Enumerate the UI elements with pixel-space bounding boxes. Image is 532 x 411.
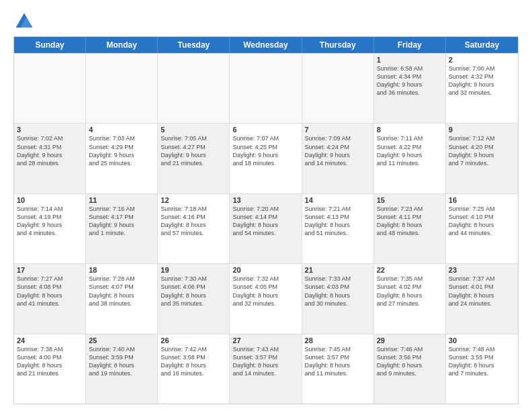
cell-info: Sunrise: 7:23 AM Sunset: 4:11 PM Dayligh… [377, 205, 443, 238]
calendar-cell: 2Sunrise: 7:00 AM Sunset: 4:32 PM Daylig… [446, 54, 518, 123]
day-number: 6 [232, 126, 298, 134]
calendar-cell [86, 54, 158, 123]
day-number: 12 [161, 196, 226, 204]
calendar-cell: 24Sunrise: 7:38 AM Sunset: 4:00 PM Dayli… [14, 334, 86, 404]
calendar-cell: 6Sunrise: 7:07 AM Sunset: 4:25 PM Daylig… [230, 124, 302, 193]
calendar-cell: 21Sunrise: 7:33 AM Sunset: 4:03 PM Dayli… [302, 264, 374, 333]
calendar-header-cell: Wednesday [230, 37, 302, 53]
calendar-week-row: 24Sunrise: 7:38 AM Sunset: 4:00 PM Dayli… [14, 334, 518, 404]
calendar-cell: 26Sunrise: 7:42 AM Sunset: 3:58 PM Dayli… [158, 334, 230, 404]
day-number: 15 [377, 196, 443, 204]
cell-info: Sunrise: 7:00 AM Sunset: 4:32 PM Dayligh… [449, 64, 515, 97]
day-number: 18 [89, 266, 154, 274]
day-number: 28 [305, 336, 371, 345]
calendar-cell: 22Sunrise: 7:35 AM Sunset: 4:02 PM Dayli… [374, 264, 446, 333]
calendar-cell: 8Sunrise: 7:11 AM Sunset: 4:22 PM Daylig… [374, 124, 446, 193]
cell-info: Sunrise: 7:21 AM Sunset: 4:13 PM Dayligh… [305, 205, 371, 238]
cell-info: Sunrise: 7:03 AM Sunset: 4:29 PM Dayligh… [89, 134, 154, 167]
calendar: SundayMondayTuesdayWednesdayThursdayFrid… [13, 36, 519, 404]
calendar-cell: 7Sunrise: 7:09 AM Sunset: 4:24 PM Daylig… [302, 124, 374, 193]
calendar-cell: 25Sunrise: 7:40 AM Sunset: 3:59 PM Dayli… [86, 334, 158, 404]
day-number: 27 [232, 336, 298, 345]
day-number: 22 [377, 266, 443, 274]
calendar-cell: 23Sunrise: 7:37 AM Sunset: 4:01 PM Dayli… [446, 264, 518, 333]
cell-info: Sunrise: 7:43 AM Sunset: 3:57 PM Dayligh… [232, 345, 298, 378]
calendar-cell: 4Sunrise: 7:03 AM Sunset: 4:29 PM Daylig… [86, 124, 158, 193]
calendar-cell: 18Sunrise: 7:28 AM Sunset: 4:07 PM Dayli… [86, 264, 158, 333]
calendar-cell: 16Sunrise: 7:25 AM Sunset: 4:10 PM Dayli… [446, 194, 518, 263]
day-number: 16 [449, 196, 515, 204]
day-number: 20 [232, 266, 298, 274]
day-number: 30 [449, 336, 515, 345]
calendar-cell [14, 54, 86, 123]
cell-info: Sunrise: 7:16 AM Sunset: 4:17 PM Dayligh… [89, 205, 154, 238]
logo [13, 11, 38, 32]
cell-info: Sunrise: 7:11 AM Sunset: 4:22 PM Dayligh… [377, 134, 443, 167]
calendar-cell: 12Sunrise: 7:18 AM Sunset: 4:16 PM Dayli… [158, 194, 230, 263]
day-number: 26 [161, 336, 226, 345]
cell-info: Sunrise: 7:14 AM Sunset: 4:19 PM Dayligh… [17, 205, 83, 238]
day-number: 9 [449, 126, 515, 134]
cell-info: Sunrise: 7:18 AM Sunset: 4:16 PM Dayligh… [161, 205, 226, 238]
cell-info: Sunrise: 7:40 AM Sunset: 3:59 PM Dayligh… [89, 345, 154, 378]
page: SundayMondayTuesdayWednesdayThursdayFrid… [0, 0, 532, 411]
cell-info: Sunrise: 7:09 AM Sunset: 4:24 PM Dayligh… [305, 134, 371, 167]
day-number: 23 [449, 266, 515, 274]
calendar-cell: 19Sunrise: 7:30 AM Sunset: 4:06 PM Dayli… [158, 264, 230, 333]
calendar-cell [158, 54, 230, 123]
calendar-cell: 13Sunrise: 7:20 AM Sunset: 4:14 PM Dayli… [230, 194, 302, 263]
calendar-cell: 29Sunrise: 7:46 AM Sunset: 3:56 PM Dayli… [374, 334, 446, 404]
day-number: 11 [89, 196, 154, 204]
logo-icon [13, 11, 35, 32]
cell-info: Sunrise: 7:07 AM Sunset: 4:25 PM Dayligh… [232, 134, 298, 167]
calendar-week-row: 10Sunrise: 7:14 AM Sunset: 4:19 PM Dayli… [14, 193, 518, 263]
calendar-cell: 10Sunrise: 7:14 AM Sunset: 4:19 PM Dayli… [14, 194, 86, 263]
calendar-header-cell: Tuesday [158, 37, 230, 53]
day-number: 7 [305, 126, 371, 134]
calendar-cell: 1Sunrise: 6:58 AM Sunset: 4:34 PM Daylig… [374, 54, 446, 123]
cell-info: Sunrise: 7:32 AM Sunset: 4:05 PM Dayligh… [232, 275, 298, 308]
calendar-cell: 14Sunrise: 7:21 AM Sunset: 4:13 PM Dayli… [302, 194, 374, 263]
day-number: 5 [161, 126, 226, 134]
calendar-cell: 11Sunrise: 7:16 AM Sunset: 4:17 PM Dayli… [86, 194, 158, 263]
cell-info: Sunrise: 7:02 AM Sunset: 4:31 PM Dayligh… [17, 134, 83, 167]
cell-info: Sunrise: 6:58 AM Sunset: 4:34 PM Dayligh… [377, 64, 443, 97]
cell-info: Sunrise: 7:45 AM Sunset: 3:57 PM Dayligh… [305, 345, 371, 378]
day-number: 10 [17, 196, 83, 204]
cell-info: Sunrise: 7:25 AM Sunset: 4:10 PM Dayligh… [449, 205, 515, 238]
calendar-header-cell: Thursday [302, 37, 374, 53]
calendar-header-cell: Sunday [14, 37, 86, 53]
cell-info: Sunrise: 7:38 AM Sunset: 4:00 PM Dayligh… [17, 345, 83, 378]
cell-info: Sunrise: 7:46 AM Sunset: 3:56 PM Dayligh… [377, 345, 443, 378]
cell-info: Sunrise: 7:37 AM Sunset: 4:01 PM Dayligh… [449, 275, 515, 308]
calendar-cell [230, 54, 302, 123]
cell-info: Sunrise: 7:42 AM Sunset: 3:58 PM Dayligh… [161, 345, 226, 378]
calendar-cell: 27Sunrise: 7:43 AM Sunset: 3:57 PM Dayli… [230, 334, 302, 404]
day-number: 14 [305, 196, 371, 204]
day-number: 19 [161, 266, 226, 274]
calendar-week-row: 17Sunrise: 7:27 AM Sunset: 4:08 PM Dayli… [14, 263, 518, 333]
day-number: 4 [89, 126, 154, 134]
calendar-cell: 20Sunrise: 7:32 AM Sunset: 4:05 PM Dayli… [230, 264, 302, 333]
cell-info: Sunrise: 7:33 AM Sunset: 4:03 PM Dayligh… [305, 275, 371, 308]
day-number: 13 [232, 196, 298, 204]
calendar-header-cell: Monday [86, 37, 158, 53]
day-number: 21 [305, 266, 371, 274]
calendar-cell: 9Sunrise: 7:12 AM Sunset: 4:20 PM Daylig… [446, 124, 518, 193]
calendar-body: 1Sunrise: 6:58 AM Sunset: 4:34 PM Daylig… [14, 53, 518, 404]
calendar-cell: 30Sunrise: 7:48 AM Sunset: 3:55 PM Dayli… [446, 334, 518, 404]
cell-info: Sunrise: 7:12 AM Sunset: 4:20 PM Dayligh… [449, 134, 515, 167]
calendar-header-cell: Saturday [446, 37, 518, 53]
day-number: 17 [17, 266, 83, 274]
cell-info: Sunrise: 7:28 AM Sunset: 4:07 PM Dayligh… [89, 275, 154, 308]
day-number: 2 [449, 56, 515, 64]
header [13, 11, 519, 32]
calendar-cell: 28Sunrise: 7:45 AM Sunset: 3:57 PM Dayli… [302, 334, 374, 404]
cell-info: Sunrise: 7:30 AM Sunset: 4:06 PM Dayligh… [161, 275, 226, 308]
day-number: 8 [377, 126, 443, 134]
cell-info: Sunrise: 7:20 AM Sunset: 4:14 PM Dayligh… [232, 205, 298, 238]
calendar-cell: 15Sunrise: 7:23 AM Sunset: 4:11 PM Dayli… [374, 194, 446, 263]
day-number: 1 [377, 56, 443, 64]
calendar-cell: 3Sunrise: 7:02 AM Sunset: 4:31 PM Daylig… [14, 124, 86, 193]
cell-info: Sunrise: 7:35 AM Sunset: 4:02 PM Dayligh… [377, 275, 443, 308]
